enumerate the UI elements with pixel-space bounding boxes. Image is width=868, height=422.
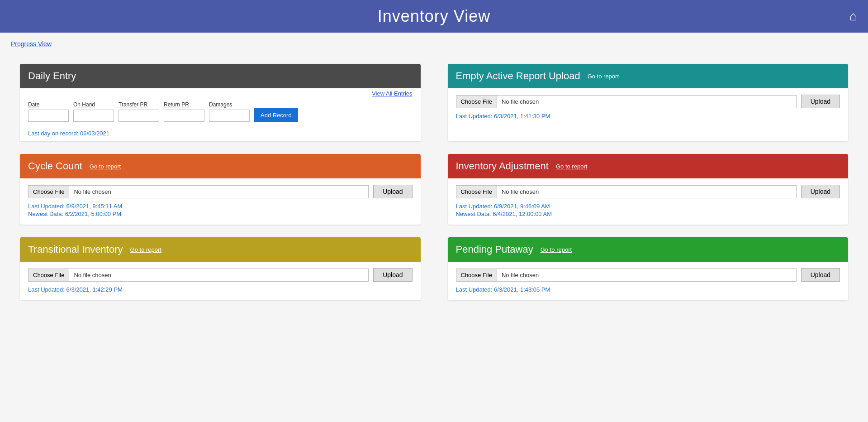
last-updated-value: 6/9/2021, 9:45:11 AM bbox=[66, 203, 123, 210]
transitional-inventory-last-updated: Last Updated: 6/3/2021, 1:42:29 PM bbox=[28, 286, 413, 293]
last-updated-value: 6/3/2021, 1:41:30 PM bbox=[494, 113, 550, 120]
inventory-adjustment-file-name: No file chosen bbox=[497, 186, 796, 198]
inventory-adjustment-body: Choose File No file chosen Upload Last U… bbox=[448, 178, 849, 225]
pending-putaway-header: Pending Putaway Go to report bbox=[448, 237, 849, 262]
return-pr-input[interactable] bbox=[164, 110, 204, 122]
inventory-adjustment-file-input: Choose File No file chosen bbox=[456, 185, 797, 198]
cycle-count-last-updated: Last Updated: 6/9/2021, 9:45:11 AM bbox=[28, 203, 413, 210]
pending-putaway-file-input: Choose File No file chosen bbox=[456, 269, 797, 282]
date-field-group: Date bbox=[28, 101, 69, 122]
cycle-count-choose-file-button[interactable]: Choose File bbox=[28, 186, 69, 198]
empty-active-report-upload-row: Choose File No file chosen Upload bbox=[456, 95, 840, 108]
last-updated-value: 6/3/2021, 1:43:05 PM bbox=[494, 286, 550, 293]
pending-putaway-link[interactable]: Go to report bbox=[541, 246, 572, 253]
inventory-adjustment-upload-row: Choose File No file chosen Upload bbox=[456, 185, 840, 198]
last-updated-value: 6/3/2021, 1:42:29 PM bbox=[66, 286, 123, 293]
empty-active-report-file-input: Choose File No file chosen bbox=[456, 95, 797, 108]
app-header: Inventory View ⌂ bbox=[0, 0, 868, 33]
cycle-count-title: Cycle Count bbox=[28, 160, 82, 172]
daily-entry-body: View All Entries Date On Hand Transfer P… bbox=[20, 88, 421, 141]
transitional-inventory-body: Choose File No file chosen Upload Last U… bbox=[20, 262, 421, 300]
cycle-count-newest-data: Newest Data: 6/2/2021, 5:00:00 PM bbox=[28, 211, 413, 217]
cycle-count-link[interactable]: Go to report bbox=[90, 163, 121, 170]
last-updated-label: Last Updated: bbox=[28, 286, 65, 293]
main-content: Progress View Daily Entry View All Entri… bbox=[0, 33, 868, 307]
transitional-inventory-header: Transitional Inventory Go to report bbox=[20, 237, 421, 262]
transfer-pr-input[interactable] bbox=[119, 110, 159, 122]
date-label: Date bbox=[28, 101, 69, 108]
cycle-count-file-input: Choose File No file chosen bbox=[28, 185, 369, 198]
empty-active-report-upload-button[interactable]: Upload bbox=[801, 95, 840, 108]
inventory-adjustment-header: Inventory Adjustment Go to report bbox=[448, 154, 849, 178]
empty-active-report-title: Empty Active Report Upload bbox=[456, 70, 580, 82]
transitional-inventory-link[interactable]: Go to report bbox=[130, 246, 161, 253]
empty-active-report-choose-file-button[interactable]: Choose File bbox=[456, 96, 497, 108]
page-title: Inventory View bbox=[378, 7, 490, 26]
pending-putaway-last-updated: Last Updated: 6/3/2021, 1:43:05 PM bbox=[456, 286, 840, 293]
newest-data-value: 6/2/2021, 5:00:00 PM bbox=[65, 211, 121, 217]
damages-field-group: Damages bbox=[209, 101, 250, 122]
daily-entry-title: Daily Entry bbox=[28, 70, 76, 82]
pending-putaway-choose-file-button[interactable]: Choose File bbox=[456, 269, 497, 281]
transitional-inventory-file-input: Choose File No file chosen bbox=[28, 269, 369, 282]
newest-data-label: Newest Data: bbox=[456, 211, 491, 217]
on-hand-field-group: On Hand bbox=[73, 101, 114, 122]
last-day-label: Last day on record: bbox=[28, 130, 78, 137]
return-pr-label: Return PR bbox=[164, 101, 204, 108]
cycle-count-upload-button[interactable]: Upload bbox=[373, 185, 412, 198]
transitional-inventory-choose-file-button[interactable]: Choose File bbox=[28, 269, 69, 281]
pending-putaway-body: Choose File No file chosen Upload Last U… bbox=[448, 262, 849, 300]
view-all-entries-link[interactable]: View All Entries bbox=[20, 88, 421, 97]
last-updated-label: Last Updated: bbox=[28, 203, 65, 210]
inventory-adjustment-upload-button[interactable]: Upload bbox=[801, 185, 840, 198]
last-updated-value: 6/9/2021, 9:46:09 AM bbox=[494, 203, 550, 210]
pending-putaway-card: Pending Putaway Go to report Choose File… bbox=[448, 237, 849, 300]
transfer-pr-label: Transfer PR bbox=[119, 101, 159, 108]
last-day-value: 06/03/2021 bbox=[80, 130, 109, 137]
transitional-inventory-title: Transitional Inventory bbox=[28, 244, 123, 255]
inventory-adjustment-title: Inventory Adjustment bbox=[456, 160, 549, 172]
inventory-adjustment-card: Inventory Adjustment Go to report Choose… bbox=[448, 154, 849, 225]
pending-putaway-upload-button[interactable]: Upload bbox=[801, 268, 840, 282]
pending-putaway-title: Pending Putaway bbox=[456, 244, 533, 255]
empty-active-report-link[interactable]: Go to report bbox=[588, 73, 619, 80]
transitional-inventory-upload-row: Choose File No file chosen Upload bbox=[28, 268, 413, 282]
last-updated-label: Last Updated: bbox=[456, 113, 493, 120]
cards-grid: Daily Entry View All Entries Date On Han… bbox=[11, 64, 857, 300]
cycle-count-card: Cycle Count Go to report Choose File No … bbox=[20, 154, 421, 225]
on-hand-label: On Hand bbox=[73, 101, 114, 108]
empty-active-report-last-updated: Last Updated: 6/3/2021, 1:41:30 PM bbox=[456, 113, 840, 120]
last-day-text: Last day on record: 06/03/2021 bbox=[20, 128, 421, 141]
date-input[interactable] bbox=[28, 110, 69, 122]
cycle-count-file-name: No file chosen bbox=[69, 186, 368, 198]
daily-entry-card: Daily Entry View All Entries Date On Han… bbox=[20, 64, 421, 141]
progress-view-link[interactable]: Progress View bbox=[11, 40, 52, 48]
daily-entry-header: Daily Entry bbox=[20, 64, 421, 88]
damages-input[interactable] bbox=[209, 110, 250, 122]
inventory-adjustment-last-updated: Last Updated: 6/9/2021, 9:46:09 AM bbox=[456, 203, 840, 210]
home-icon[interactable]: ⌂ bbox=[849, 9, 857, 24]
last-updated-label: Last Updated: bbox=[456, 203, 493, 210]
on-hand-input[interactable] bbox=[73, 110, 114, 122]
inventory-adjustment-choose-file-button[interactable]: Choose File bbox=[456, 186, 497, 198]
newest-data-value: 6/4/2021, 12:00:00 AM bbox=[493, 211, 552, 217]
inventory-adjustment-newest-data: Newest Data: 6/4/2021, 12:00:00 AM bbox=[456, 211, 840, 217]
inventory-adjustment-link[interactable]: Go to report bbox=[556, 163, 587, 170]
transfer-pr-field-group: Transfer PR bbox=[119, 101, 159, 122]
cycle-count-header: Cycle Count Go to report bbox=[20, 154, 421, 178]
transitional-inventory-upload-button[interactable]: Upload bbox=[373, 268, 412, 282]
transitional-inventory-card: Transitional Inventory Go to report Choo… bbox=[20, 237, 421, 300]
empty-active-report-body: Choose File No file chosen Upload Last U… bbox=[448, 88, 849, 127]
damages-label: Damages bbox=[209, 101, 250, 108]
empty-active-report-file-name: No file chosen bbox=[497, 96, 796, 108]
newest-data-label: Newest Data: bbox=[28, 211, 63, 217]
add-record-button[interactable]: Add Record bbox=[254, 108, 298, 122]
cycle-count-body: Choose File No file chosen Upload Last U… bbox=[20, 178, 421, 225]
last-updated-label: Last Updated: bbox=[456, 286, 493, 293]
cycle-count-upload-row: Choose File No file chosen Upload bbox=[28, 185, 413, 198]
empty-active-report-card: Empty Active Report Upload Go to report … bbox=[448, 64, 849, 141]
return-pr-field-group: Return PR bbox=[164, 101, 204, 122]
transitional-inventory-file-name: No file chosen bbox=[69, 269, 368, 281]
daily-entry-form: Date On Hand Transfer PR Return PR bbox=[20, 97, 421, 128]
pending-putaway-upload-row: Choose File No file chosen Upload bbox=[456, 268, 840, 282]
